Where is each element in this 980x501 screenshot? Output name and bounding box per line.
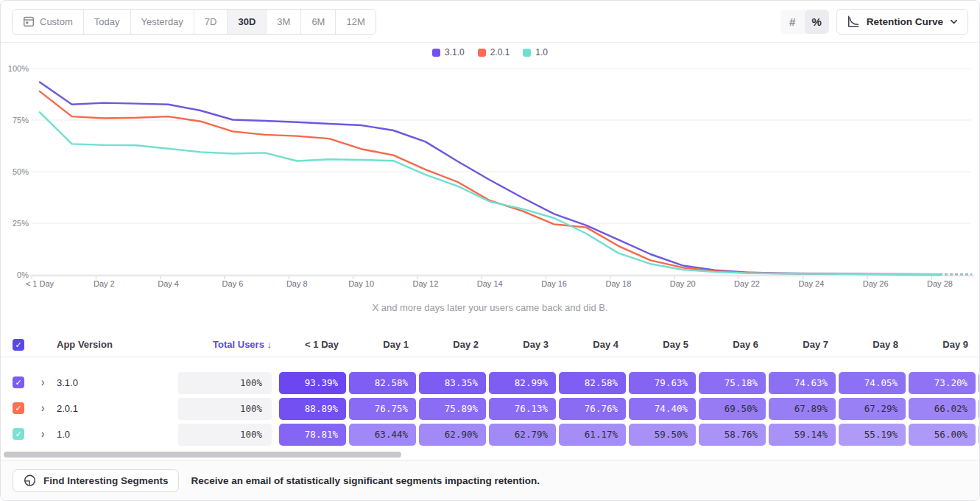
table-row-2.0.1: ✓›2.0.1100%88.89%76.75%75.89%76.13%76.76… [1, 396, 979, 422]
expand-chevron-icon[interactable]: › [41, 427, 44, 441]
retention-cell[interactable]: 74.63% [769, 372, 836, 394]
y-axis-label: 25% [13, 219, 29, 228]
range-button-30d[interactable]: 30D [228, 10, 267, 34]
range-button-custom[interactable]: Custom [13, 10, 84, 34]
series-line-2.0.1[interactable] [40, 91, 940, 274]
retention-cell[interactable]: 67.29% [839, 398, 906, 420]
retention-cell[interactable]: 93.39% [279, 372, 346, 394]
range-button-7d[interactable]: 7D [194, 10, 228, 34]
range-label: Custom [40, 16, 73, 27]
range-label: 3M [277, 16, 290, 27]
range-button-12m[interactable]: 12M [336, 10, 375, 34]
retention-cell[interactable]: 76.76% [559, 398, 626, 420]
retention-cell[interactable]: 61.00% [979, 398, 979, 420]
chevron-down-icon [950, 18, 958, 26]
retention-cell[interactable]: 61.17% [559, 424, 626, 446]
range-button-3m[interactable]: 3M [267, 10, 301, 34]
retention-cell[interactable]: 58.76% [699, 424, 766, 446]
app-version-label: 2.0.1 [57, 403, 78, 414]
retention-cell[interactable]: 56.00% [909, 424, 976, 446]
range-label: 7D [205, 16, 217, 27]
retention-line-chart[interactable]: 0%25%50%75%100%< 1 DayDay 2Day 4Day 6Day… [1, 43, 980, 293]
calendar-icon [23, 15, 35, 27]
retention-cell[interactable]: 82.99% [489, 372, 556, 394]
retention-cell[interactable]: 75.89% [419, 398, 486, 420]
number-format-button[interactable]: # [780, 10, 805, 34]
footer-message: Receive an email of statistically signif… [191, 475, 540, 486]
range-label: Yesterday [141, 16, 183, 27]
select-all-checkbox[interactable]: ✓ [13, 339, 24, 351]
series-line-3.1.0[interactable] [40, 83, 940, 275]
retention-cell[interactable]: 73.20% [909, 372, 976, 394]
date-range-group: CustomTodayYesterday7D30D3M6M12M [12, 9, 376, 35]
range-button-yesterday[interactable]: Yesterday [131, 10, 194, 34]
row-checkbox[interactable]: ✓ [13, 402, 24, 414]
segments-button-label: Find Interesting Segments [43, 475, 169, 486]
retention-cell[interactable]: 76.75% [349, 398, 416, 420]
retention-report-panel: CustomTodayYesterday7D30D3M6M12M # % Ret… [0, 0, 980, 501]
column-day-7: Day 7 [769, 339, 836, 350]
row-checkbox[interactable]: ✓ [13, 376, 24, 388]
scrollbar-thumb[interactable] [4, 452, 401, 458]
range-label: 30D [238, 16, 255, 27]
y-axis-label: 75% [13, 116, 29, 125]
column-day-3: Day 3 [489, 339, 556, 350]
retention-cell[interactable]: 55.70% [979, 424, 979, 446]
y-axis-label: 100% [8, 64, 29, 73]
column-day-8: Day 8 [839, 339, 906, 350]
find-interesting-segments-button[interactable]: Find Interesting Segments [13, 469, 179, 492]
series-line-1.0[interactable] [40, 112, 940, 274]
column-day-5: Day 5 [629, 339, 696, 350]
table-header: ✓ App Version Total Users ↓ < 1 DayDay 1… [1, 333, 979, 357]
column-total-users-sort[interactable]: Total Users ↓ [178, 339, 272, 350]
retention-curve-icon [847, 15, 860, 28]
range-label: 12M [346, 16, 364, 27]
retention-cell[interactable]: 69.50% [699, 398, 766, 420]
retention-cell[interactable]: 75.18% [699, 372, 766, 394]
retention-cell[interactable]: 76.13% [489, 398, 556, 420]
x-axis-label: Day 6 [222, 279, 244, 288]
column-app-version: App Version [57, 339, 113, 350]
retention-cell[interactable]: 82.58% [559, 372, 626, 394]
retention-cell[interactable]: 78.81% [279, 424, 346, 446]
retention-cell[interactable]: 55.19% [839, 424, 906, 446]
retention-cell[interactable]: 67.89% [769, 398, 836, 420]
x-axis-label: Day 28 [927, 279, 953, 288]
retention-cell[interactable]: 79.63% [629, 372, 696, 394]
horizontal-scrollbar[interactable] [1, 450, 979, 460]
column-day-9: Day 9 [909, 339, 976, 350]
column-day-2: Day 2 [419, 339, 486, 350]
retention-cell[interactable]: 59.14% [769, 424, 836, 446]
range-button-today[interactable]: Today [84, 10, 131, 34]
percent-format-button[interactable]: % [805, 10, 829, 34]
range-label: 6M [311, 16, 325, 27]
row-checkbox[interactable]: ✓ [13, 428, 24, 440]
retention-cell[interactable]: 72.50% [979, 372, 979, 394]
range-button-6m[interactable]: 6M [301, 10, 336, 34]
expand-chevron-icon[interactable]: › [41, 376, 44, 389]
app-version-label: 1.0 [57, 429, 70, 440]
toolbar-right: # % Retention Curve [780, 9, 968, 35]
x-axis-label: Day 20 [670, 279, 696, 288]
x-axis-label: < 1 Day [26, 279, 54, 288]
chart-type-dropdown[interactable]: Retention Curve [836, 9, 968, 35]
retention-cell[interactable]: 88.89% [279, 398, 346, 420]
retention-cell[interactable]: 74.40% [629, 398, 696, 420]
column-day-1: Day 1 [349, 339, 416, 350]
retention-cell[interactable]: 63.44% [349, 424, 416, 446]
y-axis-label: 50% [13, 167, 29, 176]
retention-cell[interactable]: 66.02% [909, 398, 976, 420]
retention-cell[interactable]: 82.58% [349, 372, 416, 394]
retention-cell[interactable]: 62.79% [489, 424, 556, 446]
total-users-cell: 100% [178, 398, 272, 420]
retention-cell[interactable]: 62.90% [419, 424, 486, 446]
column-day-0: < 1 Day [279, 339, 346, 350]
expand-chevron-icon[interactable]: › [41, 402, 44, 415]
x-axis-label: Day 8 [286, 279, 308, 288]
column-day-6: Day 6 [699, 339, 766, 350]
retention-cell[interactable]: 74.05% [839, 372, 906, 394]
retention-cell[interactable]: 83.35% [419, 372, 486, 394]
total-users-cell: 100% [178, 424, 272, 446]
retention-cell[interactable]: 59.50% [629, 424, 696, 446]
x-axis-label: Day 14 [477, 279, 503, 288]
